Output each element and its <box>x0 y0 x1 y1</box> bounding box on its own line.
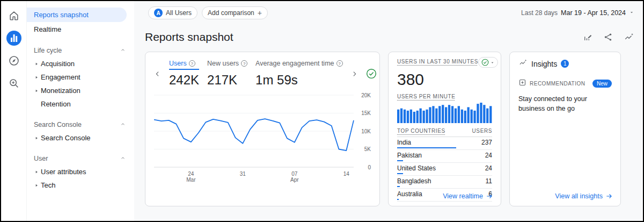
insights-count-badge: 1 <box>561 60 569 68</box>
nav-explore[interactable] <box>6 54 22 70</box>
insights-title: Insights <box>531 60 557 68</box>
users-overview-card: Users ? 242K New users ? 217K <box>145 52 380 206</box>
metric-label: New users <box>207 60 239 67</box>
nav-home[interactable] <box>6 9 22 25</box>
users-per-minute-label: USERS PER MINUTE <box>397 94 492 99</box>
country-row[interactable]: United States 24 <box>397 163 492 176</box>
chevron-up-icon <box>120 47 126 54</box>
metric-value: 1m 59s <box>255 73 342 88</box>
metric-users[interactable]: Users ? 242K <box>169 60 199 88</box>
section-header-search-console[interactable]: Search Console <box>27 118 134 131</box>
help-icon[interactable]: ? <box>189 60 195 67</box>
svg-text:5K: 5K <box>364 146 371 152</box>
help-icon[interactable]: ? <box>241 60 247 67</box>
share-icon[interactable] <box>603 32 613 42</box>
users-line-chart[interactable]: 05K10K15K20K24Mar3107Apr14 <box>154 92 372 184</box>
sidebar-item-reports-snapshot[interactable]: Reports snapshot <box>27 8 127 22</box>
realtime-card: USERS IN LAST 30 MINUTES 380 USERS PER M… <box>388 52 501 206</box>
arrow-right-icon <box>605 192 613 200</box>
add-comparison-button[interactable]: Add comparison + <box>202 6 268 19</box>
svg-text:Mar: Mar <box>186 177 196 183</box>
arrow-right-icon <box>486 192 493 200</box>
active-users-count: 380 <box>397 70 492 89</box>
report-nav-sidebar: Reports snapshot Realtime Life cycle Acq… <box>27 1 134 221</box>
data-quality-icon[interactable] <box>366 68 377 79</box>
sidebar-item-realtime[interactable]: Realtime <box>27 22 134 37</box>
svg-text:Apr: Apr <box>290 177 299 183</box>
metric-carousel: Users ? 242K New users ? 217K <box>154 60 371 88</box>
country-users-value: 24 <box>485 152 492 159</box>
country-row[interactable]: Bangladesh 11 <box>397 176 492 189</box>
carousel-left-button[interactable] <box>154 70 161 77</box>
nav-rail <box>1 1 27 221</box>
cards-row: Users ? 242K New users ? 217K <box>145 52 634 206</box>
svg-text:14: 14 <box>343 171 350 177</box>
sidebar-section-life-cycle: Life cycle Acquisition Engagement Moneti… <box>27 44 134 111</box>
insights-icon[interactable] <box>624 32 634 42</box>
audience-chip-all-users[interactable]: A All Users <box>148 6 197 19</box>
metric-label: Users <box>169 60 187 67</box>
nav-reports[interactable] <box>6 31 22 47</box>
sidebar-item-label: User attributes <box>41 168 86 176</box>
explore-icon <box>8 55 20 69</box>
expand-arrow-icon <box>32 75 40 80</box>
sidebar-item-engagement[interactable]: Engagement <box>27 70 134 84</box>
metric-new-users[interactable]: New users ? 217K <box>207 60 247 88</box>
metric-avg-engagement-time[interactable]: Average engagement time ? 1m 59s <box>255 60 342 88</box>
audience-avatar: A <box>154 9 163 17</box>
metric-value: 217K <box>207 73 247 88</box>
sidebar-item-label: Reports snapshot <box>34 11 89 19</box>
country-name: Pakistan <box>397 152 422 159</box>
app-window: Reports snapshot Realtime Life cycle Acq… <box>0 0 644 222</box>
country-mini-bar <box>397 186 456 187</box>
page-header: Reports snapshot <box>145 25 634 49</box>
svg-text:10K: 10K <box>361 128 371 134</box>
svg-text:0: 0 <box>368 164 371 170</box>
country-row[interactable]: Pakistan 24 <box>397 150 492 163</box>
sidebar-item-label: Search Console <box>41 134 91 142</box>
home-icon <box>8 10 20 24</box>
metric-value: 242K <box>169 73 199 88</box>
sidebar-item-label: Retention <box>41 100 71 108</box>
sidebar-item-tech[interactable]: Tech <box>27 178 134 192</box>
nav-advertising[interactable] <box>6 76 22 92</box>
view-realtime-link[interactable]: View realtime <box>443 192 493 200</box>
sidebar-section-user: User User attributes Tech <box>27 152 134 192</box>
svg-text:24: 24 <box>188 171 194 177</box>
section-header-life-cycle[interactable]: Life cycle <box>27 44 134 57</box>
metric-label: Average engagement time <box>255 60 334 67</box>
section-title: User <box>34 155 48 162</box>
new-badge: New <box>592 80 612 88</box>
sidebar-item-retention[interactable]: Retention <box>27 97 134 111</box>
svg-text:07: 07 <box>291 171 298 177</box>
sidebar-item-monetization[interactable]: Monetization <box>27 84 134 97</box>
audience-chip-label: All Users <box>166 9 192 17</box>
insight-message[interactable]: Stay connected to your business on the g… <box>518 94 612 113</box>
plus-icon: + <box>258 9 262 17</box>
expand-arrow-icon <box>32 170 40 174</box>
main-content: A All Users Add comparison + Last 28 day… <box>134 1 643 221</box>
svg-text:15K: 15K <box>361 110 371 116</box>
chevron-up-icon <box>120 121 126 128</box>
sidebar-item-user-attributes[interactable]: User attributes <box>27 165 134 178</box>
recommendation-row[interactable]: RECOMMENDATION New <box>518 78 612 89</box>
country-name: India <box>397 139 411 146</box>
country-mini-bar <box>397 147 456 148</box>
sidebar-item-label: Tech <box>41 181 55 189</box>
date-range-value: Mar 19 - Apr 15, 2024 <box>561 9 626 17</box>
realtime-quality-dropdown[interactable] <box>478 57 498 68</box>
view-all-insights-link[interactable]: View all insights <box>555 192 613 200</box>
users-per-minute-chart[interactable] <box>397 103 493 123</box>
help-icon[interactable]: ? <box>336 60 343 67</box>
section-title: Life cycle <box>34 47 62 54</box>
customize-report-icon[interactable] <box>583 32 592 42</box>
date-range-picker[interactable]: Last 28 days Mar 19 - Apr 15, 2024 <box>521 9 634 17</box>
sidebar-item-acquisition[interactable]: Acquisition <box>27 57 134 70</box>
country-row[interactable]: India 237 <box>397 137 492 150</box>
country-name: Bangladesh <box>397 177 431 185</box>
expand-arrow-icon <box>32 89 40 93</box>
sidebar-item-search-console[interactable]: Search Console <box>27 131 134 145</box>
page-title: Reports snapshot <box>145 31 233 44</box>
section-header-user[interactable]: User <box>27 152 134 165</box>
carousel-right-button[interactable] <box>351 70 358 77</box>
